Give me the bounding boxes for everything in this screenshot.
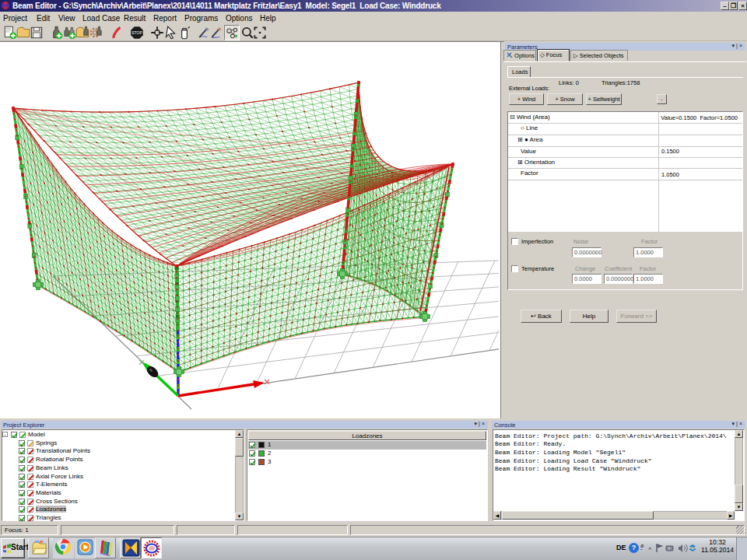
svg-text:STOP: STOP [132, 30, 142, 35]
